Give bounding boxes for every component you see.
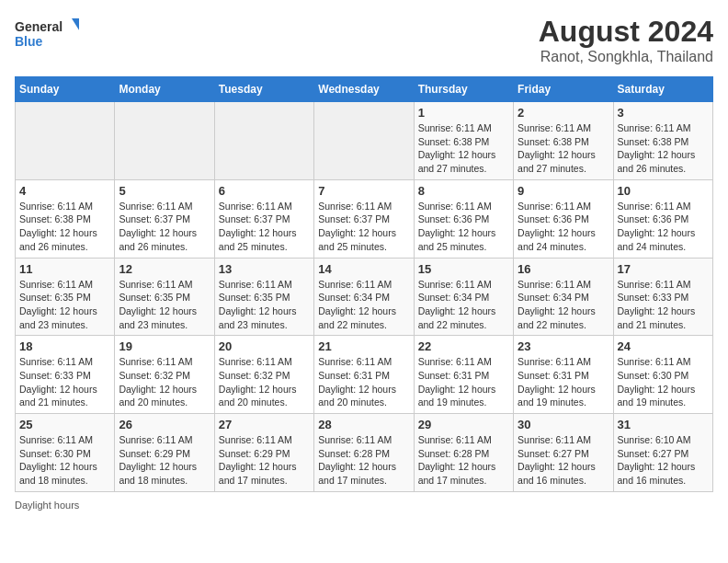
- calendar-day-cell: 15Sunrise: 6:11 AM Sunset: 6:34 PM Dayli…: [414, 258, 513, 336]
- calendar-day-cell: 11Sunrise: 6:11 AM Sunset: 6:35 PM Dayli…: [16, 258, 115, 336]
- page-title: August 2024: [539, 15, 713, 49]
- calendar-day-cell: 22Sunrise: 6:11 AM Sunset: 6:31 PM Dayli…: [414, 336, 513, 414]
- calendar-day-cell: 10Sunrise: 6:11 AM Sunset: 6:36 PM Dayli…: [613, 179, 712, 258]
- day-number: 23: [518, 339, 609, 353]
- calendar-day-cell: 29Sunrise: 6:11 AM Sunset: 6:28 PM Dayli…: [414, 414, 513, 492]
- weekday-header-cell: Tuesday: [214, 77, 313, 102]
- day-info: Sunrise: 6:11 AM Sunset: 6:29 PM Dayligh…: [219, 433, 310, 488]
- footer-note: Daylight hours: [15, 500, 713, 511]
- calendar-day-cell: [314, 102, 414, 180]
- weekday-header-cell: Monday: [115, 77, 214, 102]
- calendar-day-cell: 28Sunrise: 6:11 AM Sunset: 6:28 PM Dayli…: [314, 414, 414, 492]
- day-number: 6: [219, 184, 310, 198]
- calendar-day-cell: 14Sunrise: 6:11 AM Sunset: 6:34 PM Dayli…: [314, 258, 414, 336]
- calendar-day-cell: 13Sunrise: 6:11 AM Sunset: 6:35 PM Dayli…: [214, 258, 313, 336]
- calendar-day-cell: 6Sunrise: 6:11 AM Sunset: 6:37 PM Daylig…: [214, 179, 313, 258]
- day-number: 14: [318, 262, 409, 276]
- day-info: Sunrise: 6:11 AM Sunset: 6:37 PM Dayligh…: [119, 200, 210, 254]
- calendar-day-cell: 2Sunrise: 6:11 AM Sunset: 6:38 PM Daylig…: [514, 102, 613, 180]
- weekday-header-cell: Saturday: [613, 77, 712, 102]
- svg-marker-2: [72, 18, 79, 33]
- calendar-body: 1Sunrise: 6:11 AM Sunset: 6:38 PM Daylig…: [16, 102, 713, 492]
- calendar-day-cell: 23Sunrise: 6:11 AM Sunset: 6:31 PM Dayli…: [514, 336, 613, 414]
- day-info: Sunrise: 6:11 AM Sunset: 6:28 PM Dayligh…: [418, 433, 509, 488]
- day-info: Sunrise: 6:11 AM Sunset: 6:34 PM Dayligh…: [518, 278, 609, 332]
- day-number: 1: [418, 106, 509, 120]
- svg-text:General: General: [15, 19, 63, 34]
- calendar-week-row: 18Sunrise: 6:11 AM Sunset: 6:33 PM Dayli…: [16, 336, 713, 414]
- logo: General Blue: [15, 15, 79, 52]
- day-info: Sunrise: 6:11 AM Sunset: 6:34 PM Dayligh…: [418, 278, 509, 332]
- day-info: Sunrise: 6:11 AM Sunset: 6:37 PM Dayligh…: [318, 200, 409, 254]
- day-number: 20: [219, 339, 310, 353]
- day-info: Sunrise: 6:11 AM Sunset: 6:33 PM Dayligh…: [618, 278, 709, 332]
- weekday-header-cell: Friday: [514, 77, 613, 102]
- weekday-header-row: SundayMondayTuesdayWednesdayThursdayFrid…: [16, 77, 713, 102]
- day-info: Sunrise: 6:11 AM Sunset: 6:31 PM Dayligh…: [518, 355, 609, 409]
- day-number: 31: [618, 418, 709, 431]
- day-number: 30: [518, 418, 609, 431]
- calendar-week-row: 25Sunrise: 6:11 AM Sunset: 6:30 PM Dayli…: [16, 414, 713, 492]
- calendar-day-cell: 25Sunrise: 6:11 AM Sunset: 6:30 PM Dayli…: [16, 414, 115, 492]
- calendar-day-cell: 21Sunrise: 6:11 AM Sunset: 6:31 PM Dayli…: [314, 336, 414, 414]
- day-info: Sunrise: 6:11 AM Sunset: 6:27 PM Dayligh…: [518, 433, 609, 488]
- day-info: Sunrise: 6:11 AM Sunset: 6:36 PM Dayligh…: [418, 200, 509, 254]
- day-number: 18: [19, 339, 110, 353]
- calendar-day-cell: [115, 102, 214, 180]
- logo-svg: General Blue: [15, 15, 79, 52]
- svg-text:Blue: Blue: [15, 34, 43, 49]
- day-number: 16: [518, 262, 609, 276]
- day-number: 29: [418, 418, 509, 431]
- day-number: 15: [418, 262, 509, 276]
- day-number: 17: [618, 262, 709, 276]
- day-number: 13: [219, 262, 310, 276]
- day-info: Sunrise: 6:11 AM Sunset: 6:31 PM Dayligh…: [418, 355, 509, 409]
- calendar-day-cell: 3Sunrise: 6:11 AM Sunset: 6:38 PM Daylig…: [613, 102, 712, 180]
- day-info: Sunrise: 6:11 AM Sunset: 6:36 PM Dayligh…: [518, 200, 609, 254]
- day-number: 4: [19, 184, 110, 198]
- day-number: 10: [618, 184, 709, 198]
- day-number: 11: [19, 262, 110, 276]
- day-number: 3: [618, 106, 709, 120]
- calendar-day-cell: 5Sunrise: 6:11 AM Sunset: 6:37 PM Daylig…: [115, 179, 214, 258]
- day-number: 27: [219, 418, 310, 431]
- calendar-day-cell: 30Sunrise: 6:11 AM Sunset: 6:27 PM Dayli…: [514, 414, 613, 492]
- day-info: Sunrise: 6:10 AM Sunset: 6:27 PM Dayligh…: [618, 433, 709, 488]
- day-info: Sunrise: 6:11 AM Sunset: 6:38 PM Dayligh…: [19, 200, 110, 254]
- calendar-day-cell: 19Sunrise: 6:11 AM Sunset: 6:32 PM Dayli…: [115, 336, 214, 414]
- day-info: Sunrise: 6:11 AM Sunset: 6:38 PM Dayligh…: [518, 121, 609, 176]
- calendar-week-row: 11Sunrise: 6:11 AM Sunset: 6:35 PM Dayli…: [16, 258, 713, 336]
- day-number: 7: [318, 184, 409, 198]
- title-block: August 2024 Ranot, Songkhla, Thailand: [539, 15, 713, 65]
- day-number: 26: [119, 418, 210, 431]
- calendar-week-row: 1Sunrise: 6:11 AM Sunset: 6:38 PM Daylig…: [16, 102, 713, 180]
- day-info: Sunrise: 6:11 AM Sunset: 6:38 PM Dayligh…: [618, 121, 709, 176]
- day-info: Sunrise: 6:11 AM Sunset: 6:31 PM Dayligh…: [318, 355, 409, 409]
- day-number: 22: [418, 339, 509, 353]
- calendar-day-cell: [16, 102, 115, 180]
- calendar-day-cell: [214, 102, 313, 180]
- calendar-day-cell: 17Sunrise: 6:11 AM Sunset: 6:33 PM Dayli…: [613, 258, 712, 336]
- calendar-day-cell: 12Sunrise: 6:11 AM Sunset: 6:35 PM Dayli…: [115, 258, 214, 336]
- calendar-week-row: 4Sunrise: 6:11 AM Sunset: 6:38 PM Daylig…: [16, 179, 713, 258]
- day-number: 25: [19, 418, 110, 431]
- weekday-header-cell: Thursday: [414, 77, 513, 102]
- day-number: 9: [518, 184, 609, 198]
- calendar-day-cell: 18Sunrise: 6:11 AM Sunset: 6:33 PM Dayli…: [16, 336, 115, 414]
- day-number: 8: [418, 184, 509, 198]
- day-info: Sunrise: 6:11 AM Sunset: 6:29 PM Dayligh…: [119, 433, 210, 488]
- calendar-day-cell: 26Sunrise: 6:11 AM Sunset: 6:29 PM Dayli…: [115, 414, 214, 492]
- calendar-day-cell: 8Sunrise: 6:11 AM Sunset: 6:36 PM Daylig…: [414, 179, 513, 258]
- calendar-day-cell: 16Sunrise: 6:11 AM Sunset: 6:34 PM Dayli…: [514, 258, 613, 336]
- weekday-header-cell: Sunday: [16, 77, 115, 102]
- day-info: Sunrise: 6:11 AM Sunset: 6:28 PM Dayligh…: [318, 433, 409, 488]
- day-info: Sunrise: 6:11 AM Sunset: 6:35 PM Dayligh…: [19, 278, 110, 332]
- calendar-day-cell: 9Sunrise: 6:11 AM Sunset: 6:36 PM Daylig…: [514, 179, 613, 258]
- calendar-table: SundayMondayTuesdayWednesdayThursdayFrid…: [15, 76, 713, 492]
- day-info: Sunrise: 6:11 AM Sunset: 6:32 PM Dayligh…: [119, 355, 210, 409]
- calendar-day-cell: 1Sunrise: 6:11 AM Sunset: 6:38 PM Daylig…: [414, 102, 513, 180]
- day-number: 24: [618, 339, 709, 353]
- footer-text: Daylight hours: [15, 500, 79, 511]
- day-number: 19: [119, 339, 210, 353]
- day-number: 12: [119, 262, 210, 276]
